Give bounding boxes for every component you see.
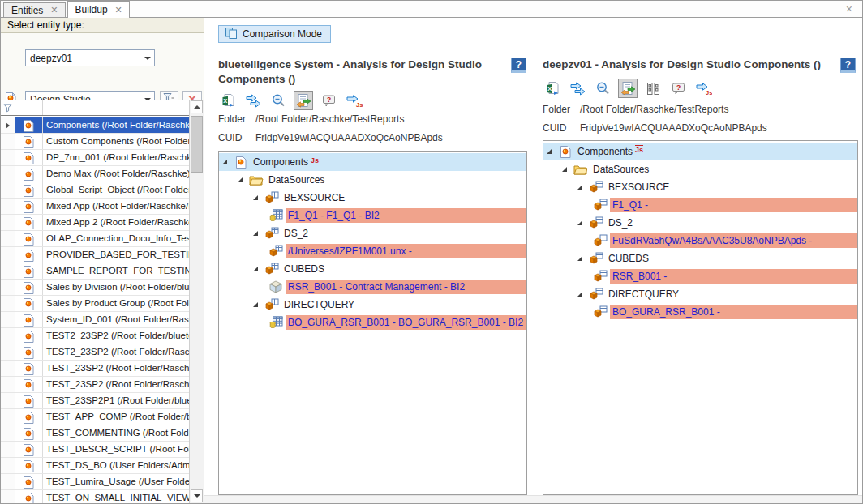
list-item[interactable]: Mixed App 2 (/Root Folder/Raschke/D — [1, 215, 189, 231]
svg-text:X: X — [547, 84, 552, 92]
list-item[interactable]: Mixed App (/Root Folder/Raschke/De — [1, 199, 189, 215]
tree-item-diff[interactable]: F1_Q1 - — [543, 196, 857, 214]
list-item[interactable]: Global_Script_Object (/Root Folder/R — [1, 182, 189, 199]
sync-document-icon[interactable] — [294, 91, 313, 110]
zoom-out-icon[interactable] — [593, 79, 612, 98]
filter-row[interactable] — [1, 100, 189, 117]
filter-text-cell[interactable] — [43, 100, 189, 115]
list-item[interactable]: DP_7nn_001 (/Root Folder/Raschke/T — [1, 150, 189, 166]
list-item[interactable]: PROVIDER_BASED_FOR_TESTING (/F — [1, 247, 189, 263]
export-js-icon[interactable]: Js — [344, 91, 363, 110]
export-excel-icon[interactable]: X — [543, 79, 562, 98]
report-icon — [15, 280, 43, 295]
tree-item-cubeds[interactable]: CUBEDS — [219, 260, 526, 278]
list-item[interactable]: TEST_DESCR_SCRIPT (/Root Folder/F — [1, 442, 189, 458]
export-js-icon[interactable]: Js — [693, 79, 713, 98]
cube-icon — [268, 280, 283, 293]
tree-item-label: RSR_B001 - Contract Management - BI2 — [286, 280, 526, 294]
tree-item-cubeds[interactable]: CUBEDS — [543, 250, 857, 267]
comparison-mode-button[interactable]: Comparison Mode — [218, 25, 331, 43]
expander-icon[interactable] — [577, 220, 589, 225]
window-close-icon[interactable]: × — [846, 3, 852, 15]
tree-item-ds2[interactable]: DS_2 — [219, 224, 526, 242]
tree-item-diff[interactable]: FuSdRVa5hQwA4BsAAAC35U8AoNPBApds - — [543, 232, 857, 250]
tree-item-diff[interactable]: BO_GURA_RSR_B001 - BO_GURA_RSR_B001 - BI… — [219, 314, 526, 331]
list-item[interactable]: TEST_23SP2 (/Root Folder/Raschke/D — [1, 361, 189, 377]
list-item[interactable]: TEST2_23SP2 (/Root Folder/bluetellig — [1, 328, 189, 344]
list-item[interactable]: TEST_Lumira_Usage (/User Folders/A — [1, 474, 189, 490]
report-icon — [15, 247, 43, 263]
list-item[interactable]: Sales by Product Group (/Root Folder — [1, 296, 189, 312]
expander-icon[interactable] — [253, 302, 264, 307]
list-item[interactable]: TEST_COMMENTING (/Root Folder/bl — [1, 425, 189, 442]
close-icon[interactable]: ✕ — [115, 6, 122, 15]
expander-icon[interactable] — [577, 185, 589, 190]
zoom-out-icon[interactable] — [268, 91, 288, 110]
help-bubble-icon[interactable]: ? — [668, 79, 688, 98]
tree-item-directquery[interactable]: DIRECTQUERY — [543, 285, 857, 303]
tree-item-ds2[interactable]: DS_2 — [543, 214, 857, 232]
row-gutter — [1, 215, 15, 230]
tree-item-bexsource[interactable]: BEXSOURCE — [543, 178, 857, 196]
tree-item-diff[interactable]: BO_GURA_RSR_B001 - — [543, 303, 857, 321]
scroll-down-button[interactable] — [191, 489, 203, 502]
expander-icon[interactable] — [253, 231, 264, 236]
list-item-label: Global_Script_Object (/Root Folder/R — [43, 182, 189, 198]
expander-icon[interactable] — [577, 256, 589, 261]
list-item[interactable]: TEST_APP_COMP (/Root Folder/bluet — [1, 409, 189, 425]
list-scrollbar[interactable] — [189, 100, 204, 503]
export-excel-icon[interactable]: X — [218, 91, 238, 110]
transfer-arrows-icon[interactable] — [568, 79, 587, 98]
transfer-arrows-icon[interactable] — [243, 91, 263, 110]
close-icon[interactable]: ✕ — [50, 6, 58, 15]
list-item[interactable]: OLAP_Connection_Docu_Info_Test (/ — [1, 231, 189, 247]
tree-item-diff[interactable]: RSR_B001 - Contract Management - BI2 — [219, 278, 526, 296]
tab-buildup[interactable]: Buildup ✕ — [67, 1, 130, 18]
row-gutter — [1, 474, 15, 489]
tree-item-datasources[interactable]: DataSources — [219, 171, 526, 189]
expander-icon[interactable] — [238, 177, 249, 182]
datasource-icon — [268, 245, 283, 258]
row-gutter — [1, 344, 15, 360]
report-icon — [15, 361, 43, 376]
tree-item-bexsource[interactable]: BEXSOURCE — [219, 189, 526, 207]
expander-icon[interactable] — [547, 149, 558, 154]
expander-icon[interactable] — [562, 167, 573, 172]
compare-grid-icon[interactable] — [643, 79, 663, 98]
list-item[interactable]: TEST_23SP2P1 (/Root Folder/bluetelli — [1, 393, 189, 409]
list-item[interactable]: TEST_ON_SMALL_INITIAL_VIEW (/Rc — [1, 490, 189, 503]
help-book-icon[interactable]: ? — [840, 58, 856, 73]
list-item-label: TEST_APP_COMP (/Root Folder/bluet — [43, 409, 189, 425]
sync-document-icon[interactable] — [618, 79, 638, 98]
expander-icon[interactable] — [253, 195, 264, 200]
tree-item-components[interactable]: Components Js — [219, 153, 526, 171]
tree-item-directquery[interactable]: DIRECTQUERY — [219, 296, 526, 314]
cuid-row: CUID FridpVe19wIACQUAAADXoQcAoNPBApds — [218, 132, 443, 143]
tree-item-components[interactable]: Components Js — [543, 143, 857, 160]
list-item-label: TEST_COMMENTING (/Root Folder/bl — [43, 425, 189, 441]
tree-item-datasources[interactable]: DataSources — [543, 160, 857, 178]
list-item[interactable]: SAMPLE_REPORT_FOR_TESTING_M ( — [1, 263, 189, 280]
tree-item-diff[interactable]: F1_Q1 - F1_Q1 - BI2 — [219, 207, 526, 224]
list-item[interactable]: Sales by Division (/Root Folder/bluete — [1, 280, 189, 296]
expander-icon[interactable] — [577, 292, 589, 297]
tab-entities[interactable]: Entities ✕ — [3, 2, 66, 17]
list-item[interactable]: TEST_23SP2 (/Root Folder/Raschke/L — [1, 377, 189, 393]
list-item[interactable]: Demo Max (/Root Folder/Raschke) — [1, 166, 189, 182]
help-book-icon[interactable]: ? — [511, 58, 526, 73]
list-item[interactable]: TEST_DS_BO (/User Folders/Administ — [1, 458, 189, 474]
help-bubble-icon[interactable]: ? — [319, 91, 338, 110]
scroll-thumb[interactable] — [191, 116, 203, 173]
list-item[interactable]: Components (/Root Folder/Raschke/T — [1, 117, 189, 134]
system-dropdown[interactable]: deepzv01 — [25, 49, 155, 66]
tree-item-diff[interactable]: /Universes/IZPF1M001.unx - — [219, 242, 526, 260]
list-item[interactable]: System_ID_001 (/Root Folder/Raschk — [1, 312, 189, 328]
expander-icon[interactable] — [222, 160, 234, 164]
folder-label: Folder — [218, 113, 255, 125]
tree-item-diff[interactable]: RSR_B001 - — [543, 267, 857, 285]
list-item-label: Custom Components (/Root Folder/Ra — [43, 134, 189, 149]
list-item[interactable]: Custom Components (/Root Folder/Ra — [1, 134, 189, 150]
scroll-up-button[interactable] — [191, 100, 203, 113]
expander-icon[interactable] — [253, 267, 264, 271]
list-item[interactable]: TEST2_23SP2 (/Root Folder/Raschke, — [1, 344, 189, 361]
